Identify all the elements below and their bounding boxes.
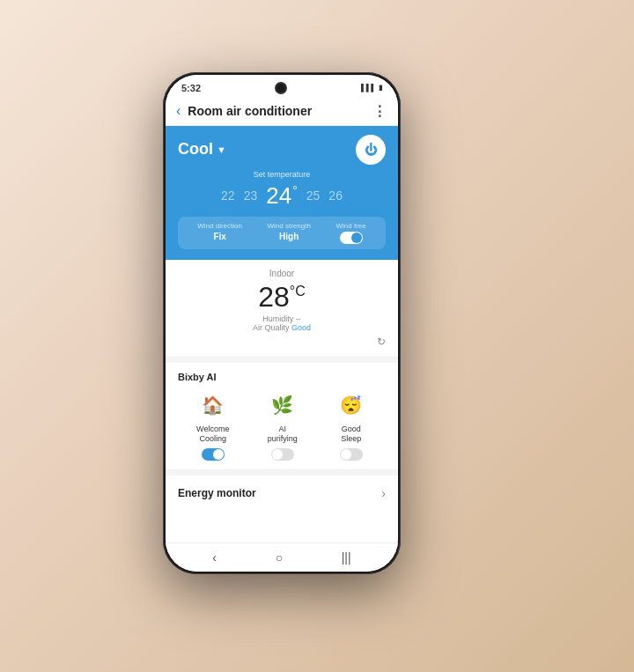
more-options-button[interactable]: ⋮ (372, 103, 387, 120)
wind-direction-value: Fix (197, 232, 242, 241)
bixby-item-welcome-cooling: 🏠 WelcomeCooling (196, 389, 229, 461)
wind-free-toggle[interactable] (340, 232, 363, 244)
front-camera (275, 82, 287, 94)
phone-device: 5:32 ▌▌▌ ▮ ‹ Room air conditioner ⋮ Cool (163, 72, 401, 574)
mode-selector[interactable]: Cool ▼ (178, 140, 226, 159)
indoor-section: Indoor 28°C Humidity -- Air Quality Good… (166, 260, 398, 358)
refresh-button[interactable]: ↻ (178, 336, 386, 348)
temperature-row: 22 23 24° 25 26 (178, 182, 386, 210)
nav-recent-button[interactable]: ||| (342, 550, 351, 565)
ai-purifying-label: AIpurifying (268, 425, 298, 445)
energy-monitor-label: Energy monitor (178, 487, 256, 499)
bixby-item-good-sleep: 😴 GoodSleep (335, 389, 367, 461)
good-sleep-icon: 😴 (335, 389, 367, 421)
wind-direction-item[interactable]: Wind direction Fix (197, 222, 242, 244)
indoor-temp-value: 28 (258, 281, 290, 313)
temp-current[interactable]: 24° (266, 182, 298, 210)
app-header: ‹ Room air conditioner ⋮ (166, 98, 398, 126)
indoor-label: Indoor (178, 269, 386, 278)
indoor-temp-unit: °C (290, 284, 306, 299)
power-button[interactable]: ⏻ (356, 135, 386, 165)
mode-label-text: Cool (178, 140, 213, 159)
temp-25[interactable]: 25 (306, 188, 321, 203)
battery-icon: ▮ (379, 84, 382, 92)
welcome-cooling-icon: 🏠 (197, 389, 229, 421)
wind-free-label: Wind free (335, 222, 365, 230)
temp-22[interactable]: 22 (221, 188, 235, 203)
welcome-cooling-label: WelcomeCooling (196, 425, 229, 445)
air-quality-label: Air Quality (253, 323, 290, 332)
status-bar: 5:32 ▌▌▌ ▮ (166, 75, 398, 98)
nav-home-button[interactable]: ○ (276, 550, 283, 565)
energy-monitor-arrow: › (381, 486, 386, 500)
ai-purifying-icon: 🌿 (267, 389, 299, 421)
wind-strength-label: Wind strength (268, 222, 311, 230)
wind-settings-row: Wind direction Fix Wind strength High Wi… (178, 217, 386, 249)
status-time: 5:32 (181, 83, 201, 93)
temperature-section: Set temperature 22 23 24° 25 26 (178, 170, 386, 210)
bottom-navigation: ‹ ○ ||| (166, 543, 398, 572)
air-quality-value: Good (291, 323, 311, 332)
good-sleep-label: GoodSleep (341, 425, 361, 445)
wind-direction-label: Wind direction (197, 222, 242, 230)
wind-strength-item[interactable]: Wind strength High (268, 222, 311, 244)
bixby-title: Bixby AI (178, 372, 386, 382)
bixby-section: Bixby AI 🏠 WelcomeCooling 🌿 AIpurifying … (166, 363, 398, 470)
degree-symbol: ° (292, 183, 298, 197)
page-title: Room air conditioner (188, 104, 372, 118)
nav-back-button[interactable]: ‹ (212, 550, 217, 565)
indoor-air-quality: Air Quality Good (178, 323, 386, 332)
indoor-temperature: 28°C (178, 282, 386, 313)
indoor-humidity: Humidity -- (178, 314, 386, 323)
set-temperature-label: Set temperature (178, 170, 386, 179)
bixby-items: 🏠 WelcomeCooling 🌿 AIpurifying 😴 GoodSle… (178, 389, 386, 461)
mode-dropdown-icon: ▼ (217, 144, 226, 155)
ai-purifying-toggle[interactable] (271, 448, 294, 461)
energy-monitor-section[interactable]: Energy monitor › (166, 476, 398, 511)
control-panel: Cool ▼ ⏻ Set temperature 22 23 24° (166, 126, 398, 260)
good-sleep-toggle[interactable] (340, 448, 363, 461)
power-icon: ⏻ (365, 143, 377, 157)
signal-icon: ▌▌▌ (361, 84, 376, 92)
back-button[interactable]: ‹ (176, 103, 181, 119)
welcome-cooling-toggle[interactable] (202, 448, 225, 461)
wind-free-item[interactable]: Wind free (335, 222, 365, 244)
wind-strength-value: High (268, 232, 311, 241)
phone-screen: 5:32 ▌▌▌ ▮ ‹ Room air conditioner ⋮ Cool (166, 75, 398, 572)
temp-23[interactable]: 23 (244, 188, 258, 203)
temp-26[interactable]: 26 (328, 188, 343, 203)
status-icons: ▌▌▌ ▮ (361, 84, 382, 92)
bixby-item-ai-purifying: 🌿 AIpurifying (267, 389, 299, 461)
